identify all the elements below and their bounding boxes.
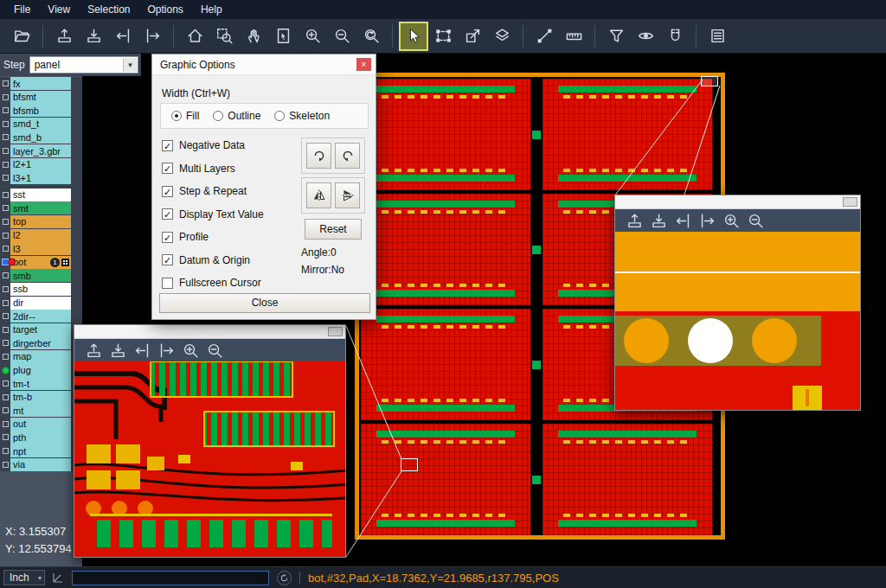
dialog-titlebar[interactable]: Graphic Options × xyxy=(152,54,376,75)
unit-select[interactable]: Inch ▾ xyxy=(3,570,45,585)
layer-visibility-checkbox[interactable] xyxy=(0,158,10,171)
zoom-in-icon[interactable] xyxy=(299,23,325,49)
radio-outline[interactable]: Outline xyxy=(213,110,260,122)
import-down-icon[interactable] xyxy=(80,23,106,49)
layer-visibility-checkbox[interactable] xyxy=(0,458,10,471)
layer-row-2dir-[interactable]: 2dir-- xyxy=(0,310,82,323)
menu-item-selection[interactable]: Selection xyxy=(79,0,138,19)
layer-visibility-checkbox[interactable] xyxy=(0,118,10,131)
zoom-in-icon[interactable] xyxy=(181,341,200,360)
import-down-icon[interactable] xyxy=(649,211,668,230)
checkbox-negative-data[interactable]: ✓Negative Data xyxy=(162,139,264,151)
magnifier-window-2[interactable] xyxy=(614,195,861,411)
zoom-previous-icon[interactable] xyxy=(358,23,384,49)
ruler-icon[interactable] xyxy=(561,23,587,49)
magnifier-window-1[interactable] xyxy=(74,324,346,558)
layer-visibility-checkbox[interactable] xyxy=(0,404,10,417)
export-up-icon[interactable] xyxy=(625,211,644,230)
layer-row-smd-b[interactable]: smd_b xyxy=(0,131,82,144)
layer-row-ssb[interactable]: ssb xyxy=(0,283,82,296)
close-button[interactable]: Close xyxy=(159,293,370,313)
layer-visibility-checkbox[interactable] xyxy=(0,283,10,296)
layer-visibility-checkbox[interactable] xyxy=(0,310,10,323)
eye-icon[interactable] xyxy=(632,23,658,49)
magnet-icon[interactable] xyxy=(662,23,688,49)
layer-row-dir[interactable]: dir xyxy=(0,297,82,310)
layer-row-l2[interactable]: l2 xyxy=(0,229,82,242)
menu-item-options[interactable]: Options xyxy=(139,0,192,19)
layer-row-tm-t[interactable]: tm-t xyxy=(0,377,82,390)
step-select[interactable]: panel ▾ xyxy=(29,56,138,74)
layer-row-l3-1[interactable]: l3+1 xyxy=(0,171,82,184)
layer-row-out[interactable]: out xyxy=(0,418,82,431)
layer-row-sst[interactable]: sst xyxy=(0,189,82,201)
menu-item-help[interactable]: Help xyxy=(192,0,231,19)
checkbox-multi-layers[interactable]: ✓Multi Layers xyxy=(162,163,264,175)
layer-row-bfsmt[interactable]: bfsmt xyxy=(0,91,82,104)
layer-visibility-checkbox[interactable] xyxy=(0,144,10,157)
layer-row-bot[interactable]: bot1 xyxy=(0,256,82,269)
layer-row-smb[interactable]: smb xyxy=(0,269,82,282)
exit-left-icon[interactable] xyxy=(132,341,151,360)
page-cursor-icon[interactable] xyxy=(270,23,296,49)
zoom-region-icon[interactable] xyxy=(211,23,237,49)
layer-visibility-checkbox[interactable] xyxy=(0,363,10,376)
refresh-icon[interactable] xyxy=(277,571,292,585)
layer-row-smt[interactable]: smt xyxy=(0,201,82,214)
layer-row-map[interactable]: map xyxy=(0,350,82,363)
checkbox-display-text-value[interactable]: ✓Display Text Value xyxy=(162,208,264,220)
chevron-down-icon[interactable]: ▾ xyxy=(123,58,137,72)
layer-row-layer-3-gbr[interactable]: layer_3.gbr xyxy=(0,144,82,157)
layer-row-via[interactable]: via xyxy=(0,458,82,471)
transform-icon[interactable] xyxy=(459,23,485,49)
measure-line-icon[interactable] xyxy=(531,23,557,49)
layer-visibility-checkbox[interactable] xyxy=(0,242,10,255)
layer-visibility-checkbox[interactable] xyxy=(0,201,10,214)
checkbox-datum-origin[interactable]: ✓Datum & Origin xyxy=(162,254,264,266)
hand-pan-icon[interactable] xyxy=(241,23,266,49)
home-icon[interactable] xyxy=(182,23,208,49)
layer-visibility-checkbox[interactable] xyxy=(0,418,10,431)
exit-left-icon[interactable] xyxy=(110,23,136,49)
zoom-in-icon[interactable] xyxy=(722,211,741,230)
radio-skeleton[interactable]: Skeleton xyxy=(274,110,330,122)
enter-right-icon[interactable] xyxy=(157,341,176,360)
layer-row-mt[interactable]: mt xyxy=(0,404,82,417)
export-up-icon[interactable] xyxy=(84,341,103,360)
layer-row-smd-t[interactable]: smd_t xyxy=(0,118,82,131)
magnifier-2-window-button[interactable] xyxy=(843,197,857,207)
layer-visibility-checkbox[interactable] xyxy=(0,171,10,184)
layer-visibility-checkbox[interactable] xyxy=(0,377,10,390)
layer-row-dirgerber[interactable]: dirgerber xyxy=(0,336,82,349)
layer-row-npt[interactable]: npt xyxy=(0,444,82,457)
select-rect-icon[interactable] xyxy=(430,23,456,49)
mirror-vertical-button[interactable] xyxy=(335,182,360,208)
zoom-out-icon[interactable] xyxy=(746,211,765,230)
command-input[interactable] xyxy=(72,571,269,585)
mirror-horizontal-button[interactable] xyxy=(306,182,331,208)
layers-icon[interactable] xyxy=(489,23,515,49)
layer-row-l2-1[interactable]: l2+1 xyxy=(0,158,82,171)
layer-visibility-checkbox[interactable] xyxy=(0,336,10,349)
layer-visibility-checkbox[interactable] xyxy=(0,229,10,242)
layer-row-fx[interactable]: fx xyxy=(0,77,82,90)
enter-right-icon[interactable] xyxy=(139,23,165,49)
layer-visibility-checkbox[interactable] xyxy=(0,189,10,201)
layer-visibility-checkbox[interactable] xyxy=(0,77,10,90)
layer-row-bfsmb[interactable]: bfsmb xyxy=(0,104,82,117)
enter-right-icon[interactable] xyxy=(697,211,716,230)
menu-item-view[interactable]: View xyxy=(39,0,79,19)
close-icon[interactable]: × xyxy=(356,58,371,71)
layer-row-top[interactable]: top xyxy=(0,215,82,228)
layer-visibility-checkbox[interactable] xyxy=(0,431,10,444)
rotate-ccw-button[interactable] xyxy=(335,143,360,169)
layer-row-plug[interactable]: plug xyxy=(0,363,82,376)
magnifier-1-titlebar[interactable] xyxy=(74,325,345,339)
layer-row-pth[interactable]: pth xyxy=(0,431,82,444)
layer-visibility-checkbox[interactable] xyxy=(0,131,10,144)
layer-visibility-checkbox[interactable] xyxy=(0,269,10,282)
layer-row-l3[interactable]: l3 xyxy=(0,242,82,255)
layer-row-target[interactable]: target xyxy=(0,323,82,336)
select-cursor-icon[interactable] xyxy=(401,23,427,49)
menu-item-file[interactable]: File xyxy=(5,0,39,19)
